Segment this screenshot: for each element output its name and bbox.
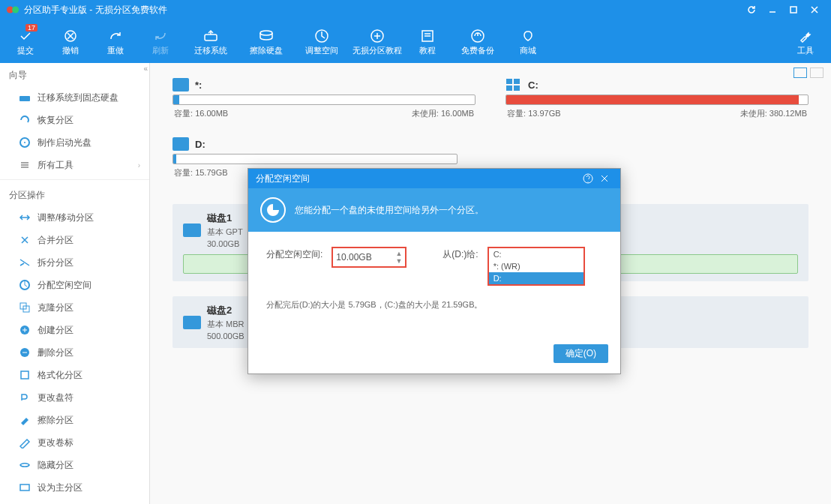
store-button[interactable]: 商城 (506, 22, 550, 60)
titlebar: 分区助手专业版 - 无损分区免费软件 (0, 0, 831, 20)
disk-icon (183, 316, 201, 329)
drive-usage-bar (172, 154, 458, 164)
ok-button[interactable]: 确定(O) (554, 344, 608, 363)
chevron-right-icon: › (138, 161, 140, 170)
size-label: 分配空闲空间: (266, 247, 322, 261)
app-logo-icon (6, 3, 20, 16)
svg-rect-10 (20, 96, 30, 101)
drive-card-recovery[interactable]: *: 容量: 16.00MB未使用: 16.00MB (172, 78, 476, 122)
drive-icon (172, 78, 189, 92)
dialog-close-button[interactable] (596, 170, 613, 187)
sidebar-item-recover[interactable]: 恢复分区 (0, 109, 149, 131)
close-button[interactable] (804, 2, 825, 17)
sidebar-item-clone[interactable]: 克隆分区 (0, 296, 149, 319)
svg-rect-4 (205, 34, 217, 40)
size-input[interactable]: 10.00GB▲▼ (332, 247, 406, 268)
windows-icon (506, 78, 522, 92)
sidebar-item-set-primary[interactable]: 设为主分区 (0, 476, 149, 499)
view-grid-button[interactable] (794, 68, 807, 78)
app-title: 分区助手专业版 - 无损分区免费软件 (24, 4, 741, 16)
sidebar-item-split[interactable]: 拆分分区 (0, 251, 149, 274)
drive-usage-bar (506, 94, 808, 105)
refresh-button[interactable]: 刷新 (138, 22, 183, 60)
sidebar-item-wipe[interactable]: 擦除分区 (0, 409, 149, 431)
sidebar-collapse-icon[interactable]: « (143, 64, 148, 73)
sidebar-item-create[interactable]: 创建分区 (0, 319, 149, 341)
svg-rect-19 (20, 484, 29, 490)
refresh-window-button[interactable] (741, 2, 762, 17)
sidebar-item-format[interactable]: 格式化分区 (0, 364, 149, 386)
toolbar: 17 提交 撤销 重做 刷新 迁移系统 擦除硬盘 调整空间 无损分区教程 教程 … (0, 20, 831, 63)
migrate-os-button[interactable]: 迁移系统 (183, 22, 238, 60)
svg-rect-2 (790, 7, 796, 13)
allocate-space-dialog: 分配空闲空间 您能分配一个盘的未使用空间给另外一个分区。 分配空闲空间: 10.… (248, 168, 621, 374)
redo-button[interactable]: 重做 (93, 22, 138, 60)
drive-card-c[interactable]: C: 容量: 13.97GB未使用: 380.12MB (506, 78, 808, 122)
tutorial-button[interactable]: 教程 (405, 22, 450, 60)
sidebar: « 向导 迁移系统到固态硬盘 恢复分区 制作启动光盘 所有工具› 分区操作 调整… (0, 63, 150, 504)
sidebar-group-operations: 分区操作 (0, 183, 149, 206)
sidebar-item-resize[interactable]: 调整/移动分区 (0, 206, 149, 229)
sidebar-item-merge[interactable]: 合并分区 (0, 229, 149, 251)
target-select[interactable]: C: *: (WR) D: (488, 247, 585, 286)
sidebar-group-wizard: 向导 (0, 63, 149, 86)
maximize-button[interactable] (783, 2, 804, 17)
target-label: 从(D:)给: (442, 247, 478, 261)
svg-rect-23 (514, 86, 520, 91)
disk-icon (183, 224, 201, 237)
sidebar-item-boot-disk[interactable]: 制作启动光盘 (0, 131, 149, 154)
undo-button[interactable]: 撤销 (48, 22, 93, 60)
select-option[interactable]: *: (WR) (489, 260, 584, 272)
sidebar-item-change-label[interactable]: 更改卷标 (0, 431, 149, 454)
resize-space-button[interactable]: 调整空间 (294, 22, 350, 60)
tools-button[interactable]: 工具 (783, 22, 828, 60)
dialog-description: 您能分配一个盘的未使用空间给另外一个分区。 (295, 204, 484, 217)
svg-rect-20 (506, 79, 512, 84)
select-option[interactable]: C: (489, 248, 584, 260)
svg-point-1 (12, 7, 19, 14)
pie-chart-icon (260, 197, 286, 223)
select-option[interactable]: D: (489, 272, 584, 284)
sidebar-item-all-tools[interactable]: 所有工具› (0, 154, 149, 176)
lossless-tutorial-button[interactable]: 无损分区教程 (350, 22, 405, 60)
dialog-note: 分配完后(D:)的大小是 5.79GB，(C:)盘的大小是 21.59GB。 (266, 299, 602, 310)
minimize-button[interactable] (762, 2, 783, 17)
dialog-help-button[interactable] (580, 170, 596, 187)
submit-button[interactable]: 17 提交 (3, 22, 48, 60)
sidebar-item-migrate-ssd[interactable]: 迁移系统到固态硬盘 (0, 86, 149, 109)
free-backup-button[interactable]: 免费备份 (450, 22, 506, 60)
drive-usage-bar (172, 94, 476, 105)
svg-point-5 (260, 31, 272, 35)
submit-badge: 17 (26, 24, 38, 32)
svg-rect-18 (21, 371, 28, 379)
sidebar-item-hide[interactable]: 隐藏分区 (0, 454, 149, 476)
dialog-title: 分配空闲空间 (256, 172, 310, 185)
sidebar-item-delete[interactable]: 删除分区 (0, 341, 149, 364)
svg-point-12 (24, 142, 26, 143)
view-toggle (794, 68, 824, 78)
view-list-button[interactable] (810, 68, 824, 78)
svg-rect-21 (514, 79, 520, 84)
svg-rect-22 (506, 86, 512, 91)
sidebar-item-check[interactable]: 分区对齐 (0, 499, 149, 504)
drive-icon (172, 137, 189, 151)
sidebar-item-allocate[interactable]: 分配空闲空间 (0, 274, 149, 296)
wipe-disk-button[interactable]: 擦除硬盘 (238, 22, 294, 60)
sidebar-item-change-letter[interactable]: 更改盘符 (0, 386, 149, 409)
